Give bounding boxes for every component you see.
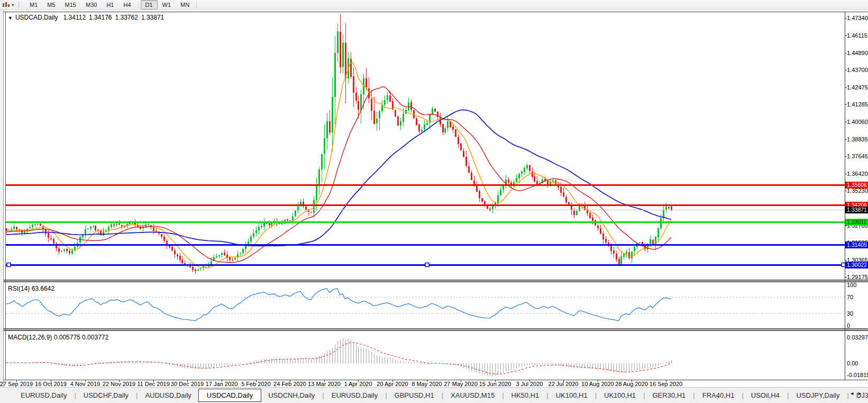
rsi-name: RSI(14)	[8, 285, 30, 292]
chart-tab-fra40-h1[interactable]: FRA40,H1	[696, 390, 742, 401]
chart-tab-usoil-h4[interactable]: USOil,H4	[744, 390, 787, 401]
timeframe-button-M15[interactable]: M15	[60, 0, 81, 10]
rsi-scale-label: 100	[847, 282, 856, 288]
chart-symbol: USDCAD,Daily	[15, 14, 58, 21]
timeframe-button-M5[interactable]: M5	[42, 0, 60, 10]
price-tick-label: 1.29175	[847, 274, 868, 280]
price-tick-label: 1.47340	[847, 15, 868, 21]
timeframe-button-D1[interactable]: D1	[141, 0, 158, 10]
chevron-down-icon[interactable]: ▾	[12, 3, 14, 7]
time-tick-label: 5 Feb 2020	[241, 381, 271, 387]
chart-tab-hk50-h1[interactable]: HK50,H1	[505, 390, 546, 401]
chart-tab-xauusd-m15[interactable]: XAUUSD,M15	[444, 390, 501, 401]
time-tick-label: 1 Apr 2020	[344, 381, 372, 387]
macd-scale-label: 0.032972	[847, 334, 868, 341]
time-tick-label: 24 Feb 2020	[273, 381, 306, 387]
time-tick-label: 8 May 2020	[412, 381, 442, 387]
time-tick-label: 13 Mar 2020	[308, 381, 341, 387]
timeframe-button-M30[interactable]: M30	[81, 0, 102, 10]
price-tick-label: 1.37645	[847, 153, 868, 159]
time-tick-label: 28 Aug 2020	[615, 381, 648, 387]
timeframe-button-MN[interactable]: MN	[176, 0, 194, 10]
time-tick-label: 15 Jun 2020	[479, 381, 511, 387]
price-tick-label: 1.46115	[847, 32, 867, 39]
tab-scroll-right-icon[interactable]: ►	[857, 391, 865, 396]
rsi-value: 63.6642	[32, 285, 54, 292]
chart-tab-bar: EURUSD,Daily|USDCHF,Daily|AUDUSD,DailyUS…	[0, 387, 868, 403]
price-level-label: 1.33871	[845, 207, 868, 213]
price-rsi-splitter-a[interactable]	[4, 280, 868, 281]
chart-tab-ger30-h1[interactable]: GER30,H1	[645, 390, 692, 401]
tab-scroll-arrows: ◄►	[849, 391, 865, 396]
price-tick-label: 1.40060	[847, 119, 868, 125]
price-level-label: 1.33011	[845, 219, 868, 226]
chart-tab-eurusd-daily[interactable]: EURUSD,Daily	[14, 390, 74, 401]
time-tick-label: 22 Jul 2020	[549, 381, 579, 387]
macd-values: 0.005775 0.003772	[54, 334, 108, 341]
tab-scroll-left-icon[interactable]: ◄	[849, 391, 857, 396]
toolbar-grip[interactable]	[19, 2, 22, 8]
chart-tab-usdcnh-daily[interactable]: USDCNH,Daily	[261, 390, 322, 401]
time-tick-label: 27 May 2020	[444, 381, 478, 387]
time-tick-label: 10 Aug 2020	[581, 381, 614, 387]
price-tick-label: 1.41285	[847, 101, 868, 108]
chart-bottom-border	[4, 380, 868, 380]
rsi-macd-splitter-b[interactable]	[4, 330, 868, 331]
toolbar-separator	[138, 1, 139, 8]
chart-tab-uk100-h1[interactable]: UK100,H1	[597, 390, 643, 401]
time-tick-label: 22 Nov 2019	[103, 381, 135, 387]
chart-top-border	[4, 12, 868, 12]
timeframe-button-M1[interactable]: M1	[25, 0, 42, 10]
chart-tab-audusd-daily[interactable]: AUDUSD,Daily	[138, 390, 198, 401]
rsi-scale-label: 70	[847, 294, 853, 300]
price-level-label: 1.35606	[845, 182, 868, 189]
time-tick-label: 16 Sep 2020	[650, 381, 682, 387]
price-level-label: 1.31405	[845, 241, 868, 248]
collapse-triangle-icon[interactable]: ▼	[8, 15, 13, 21]
time-tick-label: 27 Sep 2019	[0, 381, 33, 387]
macd-scale-label: -0.018154	[847, 372, 868, 378]
timeframe-button-H4[interactable]: H4	[118, 0, 135, 10]
time-tick-label: 11 Dec 2019	[137, 381, 170, 387]
time-tick-label: 16 Oct 2019	[35, 381, 67, 387]
rsi-pane-label: RSI(14) 63.6642	[8, 285, 54, 292]
price-tick-label: 1.43700	[847, 67, 868, 73]
quote-high: 1.34176	[89, 14, 112, 21]
quote-open: 1.34112	[63, 14, 86, 21]
mt4-window: ▾ M1M5M15M30H1H4D1W1MN ▼USDCAD,Daily1.34…	[0, 0, 868, 403]
chart-tab-uk100-h1[interactable]: UK100,H1	[549, 390, 595, 401]
chart-tab-eurusd-daily[interactable]: EURUSD,Daily	[325, 390, 385, 401]
chart-tab-gbpusd-h1[interactable]: GBPUSD,H1	[388, 390, 441, 401]
macd-scale-label: 0.00	[847, 360, 858, 366]
chart-window: ▼USDCAD,Daily1.341121.341761.337621.3387…	[3, 10, 868, 387]
timeframe-buttons: M1M5M15M30H1H4D1W1MN	[25, 0, 199, 10]
price-tick-label: 1.44890	[847, 50, 868, 56]
chart-tab-usdjpy-daily[interactable]: USDJPY,Daily	[789, 390, 846, 401]
macd-name: MACD(12,26,9)	[8, 334, 52, 341]
quote-close: 1.33871	[141, 14, 164, 21]
time-tick-label: 20 Apr 2020	[377, 381, 408, 387]
price-level-label: 1.30022	[845, 262, 868, 268]
time-tick-label: 4 Nov 2019	[70, 381, 100, 387]
rsi-scale-label: 0	[847, 323, 850, 329]
plot-left-border	[5, 12, 6, 380]
time-tick-label: 30 Dec 2019	[171, 381, 204, 387]
rsi-scale-label: 30	[847, 310, 853, 317]
time-tick-label: 3 Jul 2020	[516, 381, 543, 387]
price-tick-label: 1.42475	[847, 84, 868, 91]
chart-tab-usdchf-daily[interactable]: USDCHF,Daily	[77, 390, 135, 401]
quote-low: 1.33762	[115, 14, 138, 21]
timeframe-button-W1[interactable]: W1	[158, 0, 176, 10]
rsi-macd-splitter-a[interactable]	[4, 328, 868, 329]
price-axis-border	[845, 12, 845, 380]
time-tick-label: 17 Jan 2020	[206, 381, 238, 387]
price-rsi-splitter-b[interactable]	[4, 281, 868, 282]
price-tick-label: 1.36420	[847, 171, 868, 177]
price-tick-label: 1.38835	[847, 136, 868, 142]
timeframe-button-H1[interactable]: H1	[102, 0, 118, 10]
toolbar-separator	[196, 1, 197, 8]
period-toolbar: ▾ M1M5M15M30H1H4D1W1MN	[0, 0, 868, 10]
chart-period-icon[interactable]	[2, 1, 11, 8]
chart-tab-usdcad-daily[interactable]: USDCAD,Daily	[198, 389, 261, 402]
chart-title: ▼USDCAD,Daily1.341121.341761.337621.3387…	[8, 14, 167, 21]
